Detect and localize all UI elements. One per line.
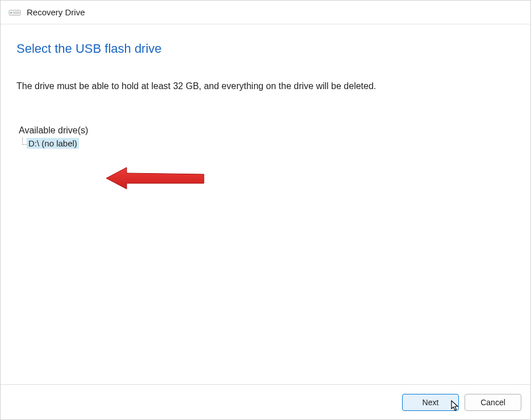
page-description: The drive must be able to hold at least … (16, 81, 515, 91)
window-title: Recovery Drive (27, 7, 85, 17)
drives-section: Available drive(s) D:\ (no label) (16, 125, 515, 149)
title-bar: Recovery Drive (1, 1, 530, 24)
next-button[interactable]: Next (402, 394, 459, 411)
tree-connector (22, 138, 27, 145)
svg-rect-2 (13, 12, 19, 14)
drive-item-d[interactable]: D:\ (no label) (27, 138, 79, 149)
available-drives-label: Available drive(s) (19, 125, 515, 136)
page-heading: Select the USB flash drive (16, 41, 515, 56)
content-area: Select the USB flash drive The drive mus… (1, 24, 530, 384)
recovery-drive-window: Recovery Drive Select the USB flash driv… (0, 0, 531, 420)
svg-point-1 (10, 12, 12, 14)
arrow-annotation (104, 164, 206, 195)
footer-buttons: Next Cancel (1, 384, 530, 419)
drive-icon (9, 9, 21, 16)
drive-tree: D:\ (no label) (19, 138, 515, 149)
svg-marker-3 (106, 167, 204, 189)
cancel-button[interactable]: Cancel (465, 394, 521, 411)
